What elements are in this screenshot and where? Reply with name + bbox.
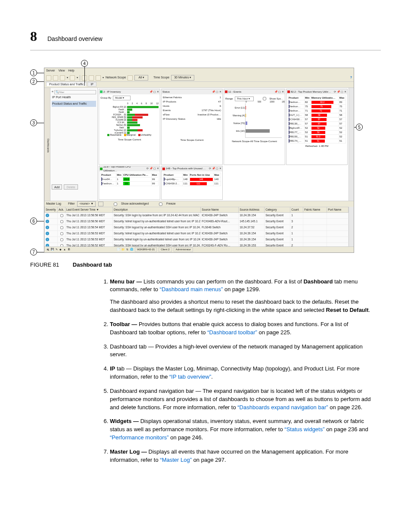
- desc-item-4: IP tab — Displays the Master Log, Minima…: [110, 365, 377, 381]
- widget-close-icon[interactable]: ✕: [219, 90, 221, 94]
- toolbar-icon-6[interactable]: [89, 75, 94, 81]
- time-scope-value[interactable]: 30 Minutes ▾: [171, 75, 194, 81]
- link-status-widgets[interactable]: “Status widgets”: [284, 426, 324, 432]
- desc-item-1: Menu bar — Lists commands you can perfor…: [110, 278, 377, 314]
- status-icon-2[interactable]: 💾: [51, 248, 54, 252]
- widget-max-icon[interactable]: ▢: [278, 90, 281, 94]
- menu-bar[interactable]: Server View Help: [44, 68, 354, 74]
- status-user: Administrator: [174, 247, 193, 252]
- vertical-scrollbar[interactable]: [349, 88, 354, 201]
- sidebar-label[interactable]: Dashboards: [44, 88, 50, 201]
- network-scope-label: Network Scope: [106, 75, 126, 80]
- nav-item[interactable]: IP Port Health: [52, 94, 96, 101]
- nav-search-input[interactable]: 🔍 Filter: [54, 90, 96, 94]
- figure-title: Dashboard tab: [73, 261, 112, 268]
- link-dashboard-main-menus[interactable]: “Dashboard main menus”: [160, 286, 223, 292]
- status-client: Client 2: [159, 247, 171, 252]
- link-dashboard-toolbar[interactable]: “Dashboard toolbar”: [207, 329, 257, 336]
- help-icon[interactable]: ?: [350, 75, 352, 80]
- link-master-log[interactable]: “Master Log”: [160, 457, 192, 463]
- master-log-table: SeverityAck.Last Event Server Time ▼Desc…: [44, 207, 349, 253]
- callout-4: 4: [81, 60, 88, 67]
- callout-2: 2: [30, 78, 37, 85]
- log-filter-config-button[interactable]: [98, 202, 103, 206]
- nav-add-button[interactable]: Add: [52, 184, 62, 190]
- figure-label: FIGURE 81: [30, 261, 59, 268]
- log-row[interactable]: iThu Jul 11 2013 13:58:53 MDTSecurity: t…: [45, 236, 349, 243]
- status-icon-1[interactable]: 🔌: [46, 248, 49, 252]
- desc-item-3: Dashboard tab — Provides a high-level ov…: [110, 343, 377, 359]
- callout-3: 3: [30, 119, 37, 126]
- menu-view[interactable]: View: [58, 69, 65, 72]
- widget-max-icon[interactable]: ▢: [341, 90, 343, 94]
- figure-caption: FIGURE 81 Dashboard tab: [30, 261, 381, 269]
- status-icon-4[interactable]: ◆: [59, 248, 62, 252]
- events-range-select[interactable]: This Hour ▾: [235, 96, 254, 101]
- log-vertical-scrollbar[interactable]: [349, 207, 354, 253]
- widget-max-icon[interactable]: ▢: [216, 90, 218, 94]
- nav-delete-button[interactable]: Delete: [64, 184, 78, 190]
- link-ip-tab-overview[interactable]: “IP tab overview”: [169, 373, 211, 380]
- menu-server[interactable]: Server: [46, 69, 55, 72]
- toolbar-icon-print[interactable]: [70, 75, 75, 81]
- chapter-title: Dashboard overview: [47, 34, 103, 44]
- toolbar-icon-1[interactable]: [46, 75, 51, 81]
- callout-6: 6: [30, 218, 37, 224]
- widget-pin-icon[interactable]: 📌: [274, 90, 277, 94]
- toolbar-icon-7[interactable]: [96, 75, 101, 81]
- widget-unused-ports: 148 - Top Products with Unused …⟳📌▢✕ Pro…: [161, 166, 223, 200]
- tab-row: Product Status and Traffic IP: [44, 82, 354, 88]
- desc-item-7: Master Log — Displays all events that ha…: [110, 448, 377, 464]
- widget-color-icon: [100, 90, 103, 93]
- status-icon-5[interactable]: ▲: [63, 248, 66, 252]
- status-icon-8[interactable]: 📁: [121, 248, 125, 252]
- log-row[interactable]: iThu Jul 11 2013 13:58:54 MDTSecurity: S…: [45, 224, 349, 230]
- show-sys-checkbox[interactable]: [263, 97, 266, 100]
- desc-item-2: Toolbar — Provides buttons that enable q…: [110, 320, 377, 337]
- widget-cpu: 23.8 - Top Product CPU Utilization…⟳📌▢✕ …: [99, 166, 160, 200]
- nav-collapse-icon[interactable]: «: [52, 90, 53, 94]
- tab-ip[interactable]: IP: [87, 82, 97, 87]
- dashboard-body: Dashboards « 🔍 Filter IP Port HealthProd…: [44, 88, 354, 201]
- widget-events: 11 - Events📌▢✕ Range This Hour ▾ Show Sy…: [224, 89, 285, 165]
- widget-pin-icon[interactable]: 📌: [212, 90, 215, 94]
- show-ack-checkbox[interactable]: [114, 202, 117, 206]
- widget-refresh-icon[interactable]: ⟳: [334, 90, 336, 94]
- widget-max-icon[interactable]: ▢: [153, 90, 156, 94]
- log-row[interactable]: iThu Jul 11 2013 13:58:56 MDTSecurity: t…: [45, 218, 349, 224]
- toolbar-icon-2[interactable]: [53, 75, 58, 81]
- link-dashboards-expand-nav[interactable]: “Dashboards expand navigation bar”: [237, 404, 328, 411]
- status-icon-9[interactable]: ⇅: [126, 248, 128, 252]
- log-row[interactable]: iThu Jul 11 2013 13:58:58 MDTSecurity: S…: [45, 212, 349, 218]
- status-icon-6[interactable]: 🖹: [68, 248, 70, 252]
- status-bar: 🔌 💾 ✎ ◆ ▲ 🖹 📄 📁 ⇅ 🌐 W2K8R9-42-21 Client …: [44, 246, 354, 252]
- log-row[interactable]: iThu Jul 11 2013 13:58:53 MDTSecurity: t…: [45, 230, 349, 236]
- widget-close-icon[interactable]: ✕: [157, 90, 159, 94]
- widget-close-icon[interactable]: ✕: [282, 90, 284, 94]
- status-icon-10[interactable]: 🌐: [130, 248, 133, 252]
- dashboard-nav: « 🔍 Filter IP Port HealthProduct Status …: [50, 88, 98, 201]
- time-scope-label: Time Scope: [153, 75, 169, 80]
- widget-pin-icon[interactable]: 📌: [149, 90, 153, 94]
- page-number: 8: [30, 26, 37, 47]
- network-scope-value[interactable]: All ▾: [134, 75, 148, 81]
- menu-help[interactable]: Help: [68, 69, 74, 72]
- widget-color-icon: [162, 168, 165, 170]
- widget-memory: 82.2 - Top Product Memory Utiliz…⟳📌▢✕ Pr…: [286, 89, 348, 165]
- status-icon-7[interactable]: 📄: [117, 248, 120, 252]
- master-log-header: Master Log Filter <none> ▼ Show acknowle…: [44, 201, 354, 207]
- network-scope-icon[interactable]: [128, 75, 133, 81]
- freeze-checkbox[interactable]: [159, 202, 162, 206]
- groupby-select[interactable]: Model ▾: [113, 96, 131, 100]
- status-icon-3[interactable]: ✎: [56, 248, 58, 252]
- nav-item[interactable]: Product Status and Traffic: [52, 101, 96, 107]
- screenshot-figure: 1 2 3 4 5 6 7 Server View Help ▾ ▾: [30, 68, 381, 253]
- log-filter-select[interactable]: <none> ▼: [77, 201, 96, 207]
- toolbar-icon-refresh[interactable]: [60, 75, 65, 81]
- widget-close-icon[interactable]: ✕: [344, 90, 346, 94]
- widget-status: Status📌▢✕ Ethernet Fabrics1IP Products47…: [161, 89, 223, 165]
- link-performance-monitors[interactable]: “Performance monitors”: [110, 434, 169, 441]
- widget-pin-icon[interactable]: 📌: [337, 90, 340, 94]
- desc-item-5: Dashboard expand navigation bar — The ex…: [110, 387, 377, 412]
- tab-dashboard[interactable]: Product Status and Traffic: [46, 82, 87, 86]
